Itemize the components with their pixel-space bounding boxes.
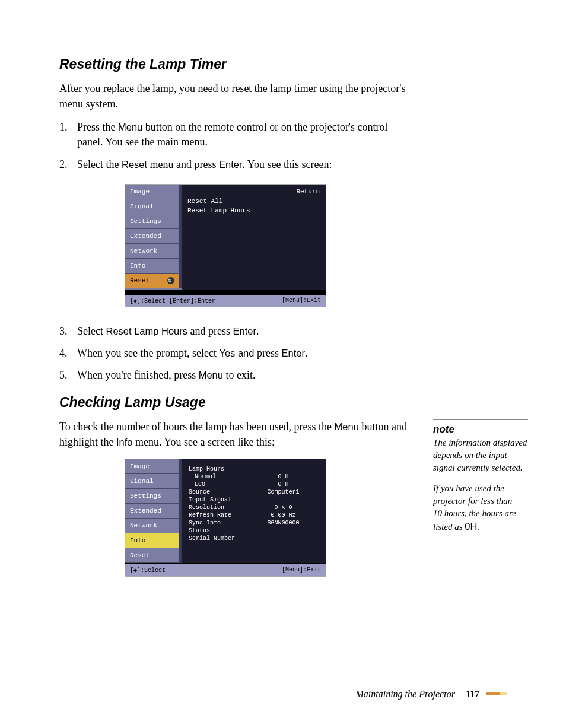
info-row-sync-info: Sync InfoSGNN00000 — [189, 519, 319, 527]
opt-reset-lamp: Reset Lamp Hours — [187, 206, 320, 215]
opt-reset-all: Reset All — [187, 196, 320, 206]
info-row-status: Status — [189, 527, 319, 535]
return-label: Return — [296, 188, 320, 195]
info-row-input-signal: Input Signal---- — [189, 496, 319, 504]
checking-intro: To check the number of hours the lamp ha… — [59, 419, 409, 450]
step-1: 1. Press the Menu button on the remote c… — [59, 120, 409, 150]
note-body-2: If you have used the projector for less … — [433, 482, 528, 533]
menu-footer: [◆]:Select [Enter]:Enter [Menu]:Exit — [125, 294, 326, 307]
menu-item-image: Image — [125, 185, 182, 199]
heading-resetting: Resetting the Lamp Timer — [59, 56, 507, 72]
step-5: 5. When you're finished, press Menu to e… — [59, 368, 409, 383]
menu-item-signal: Signal — [125, 199, 182, 214]
menu-item-reset: Reset — [125, 274, 182, 288]
info-row-resolution: Resolution0 x 0 — [189, 504, 319, 511]
info-row-lamp-hours: Lamp Hours — [189, 465, 319, 473]
menu-item-extended: Extended — [125, 229, 182, 244]
note-heading: note — [433, 424, 528, 435]
steps-list-cont: 3. Select Reset Lamp Hours and press Ent… — [59, 324, 507, 383]
refresh-icon — [167, 277, 174, 284]
info-content: Lamp Hours Normal0 H ECO0 H SourceComput… — [182, 459, 326, 563]
info-menu-footer: [◆]:Select [Menu]:Exit — [125, 563, 326, 576]
step-4: 4. When you see the prompt, select Yes a… — [59, 346, 409, 361]
reset-menu-screenshot: Image Signal Settings Extended Network I… — [125, 184, 326, 307]
menu-item-reset: Reset — [125, 548, 182, 563]
footer-title: Maintaining the Projector — [355, 689, 454, 699]
menu-item-settings: Settings — [125, 214, 182, 229]
menu-item-info: Info — [125, 259, 182, 274]
page-footer: Maintaining the Projector 117 — [355, 689, 507, 700]
menu-item-image: Image — [125, 459, 182, 474]
info-row-serial: Serial Number — [189, 535, 319, 542]
footer-accent-bar — [486, 692, 500, 695]
menu-item-info: Info — [125, 533, 182, 548]
info-row-normal: Normal0 H — [189, 473, 319, 481]
info-row-source: SourceComputer1 — [189, 488, 319, 496]
footer-accent-bar-2 — [500, 692, 507, 695]
info-menu-sidebar: Image Signal Settings Extended Network I… — [125, 459, 182, 563]
step-2: 2. Select the Reset menu and press Enter… — [59, 157, 409, 172]
page-number: 117 — [466, 689, 479, 699]
info-menu-screenshot: Image Signal Settings Extended Network I… — [125, 459, 326, 577]
heading-checking: Checking Lamp Usage — [59, 395, 507, 411]
menu-content: Return Reset All Reset Lamp Hours — [182, 185, 326, 290]
menu-item-signal: Signal — [125, 474, 182, 489]
note-sidebar: note The information displayed depends o… — [433, 419, 528, 542]
menu-item-settings: Settings — [125, 489, 182, 504]
menu-item-network: Network — [125, 244, 182, 259]
menu-sidebar: Image Signal Settings Extended Network I… — [125, 185, 182, 290]
menu-item-network: Network — [125, 519, 182, 533]
info-row-refresh-rate: Refresh Rate0.00 Hz — [189, 511, 319, 519]
steps-list: 1. Press the Menu button on the remote c… — [59, 120, 507, 172]
step-3: 3. Select Reset Lamp Hours and press Ent… — [59, 324, 409, 339]
intro-paragraph: After you replace the lamp, you need to … — [59, 81, 409, 112]
note-body-1: The information displayed depends on the… — [433, 437, 528, 474]
info-row-eco: ECO0 H — [189, 481, 319, 488]
menu-item-extended: Extended — [125, 504, 182, 519]
